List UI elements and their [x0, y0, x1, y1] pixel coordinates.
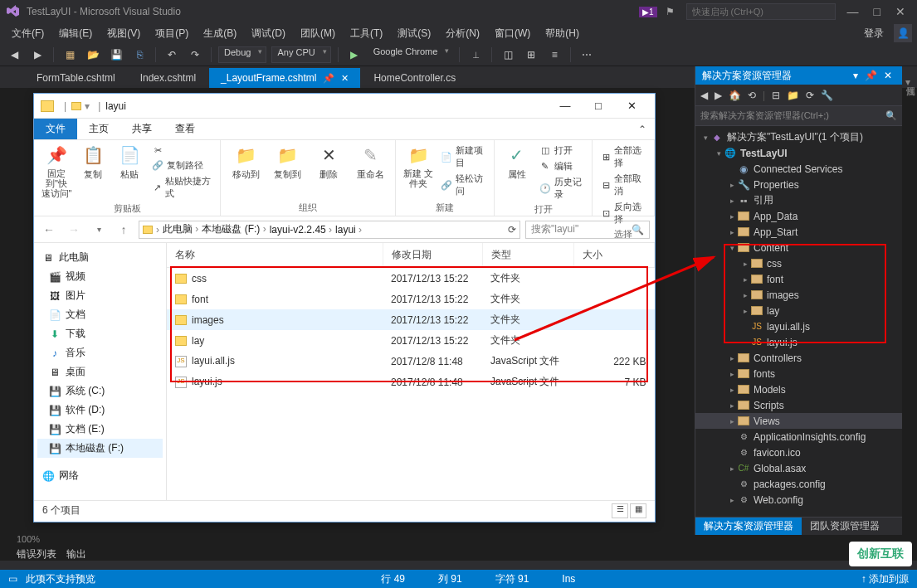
menu-test[interactable]: 测试(S) — [391, 25, 437, 42]
col-type[interactable]: 类型 — [482, 243, 573, 268]
tree-arrow[interactable]: ▸ — [727, 417, 737, 425]
open-button[interactable]: ◫打开 — [538, 143, 585, 158]
sln-forward-button[interactable]: ▶ — [715, 90, 722, 101]
tree-arrow[interactable]: ▸ — [727, 212, 737, 221]
tree-item[interactable]: ⚙favicon.ico — [695, 445, 902, 460]
copy-button[interactable]: 📋复制 — [77, 143, 109, 181]
tree-item[interactable]: ⚙packages.config — [695, 476, 902, 492]
footer-tab-team[interactable]: 团队资源管理器 — [802, 518, 888, 535]
footer-tab-solution[interactable]: 解决方案资源管理器 — [695, 518, 802, 535]
explorer-search-input[interactable]: 搜索"layui" 🔍 — [525, 221, 650, 239]
properties-sidebar-tab[interactable]: 属性 — [902, 75, 917, 80]
tree-arrow[interactable]: ▸ — [727, 181, 737, 189]
paste-shortcut-button[interactable]: ↗粘贴快捷方式 — [150, 174, 213, 201]
tree-item[interactable]: ▸⚙Web.config — [695, 492, 902, 508]
tree-item[interactable]: ◉Connected Services — [695, 161, 902, 177]
tree-arrow[interactable]: ▸ — [727, 386, 737, 394]
nav-forward-button[interactable]: ▶ — [28, 46, 46, 64]
menu-edit[interactable]: 编辑(E) — [52, 25, 99, 42]
explorer-minimize-button[interactable]: — — [549, 100, 582, 112]
explorer-close-button[interactable]: ✕ — [615, 100, 648, 112]
col-size[interactable]: 大小 — [573, 243, 655, 268]
cut-button[interactable]: ✂ — [150, 143, 213, 157]
save-all-button[interactable]: ⎘ — [130, 46, 149, 64]
notification-flag[interactable]: ▶1 — [639, 7, 657, 17]
ribbon-tab-view[interactable]: 查看 — [163, 119, 207, 139]
menu-help[interactable]: 帮助(H) — [539, 25, 586, 42]
new-project-button[interactable]: ▦ — [61, 46, 79, 64]
rename-button[interactable]: ✎重命名 — [352, 143, 388, 181]
nav-recent-button[interactable]: ▾ — [89, 225, 109, 234]
tree-arrow[interactable]: ▾ — [700, 134, 710, 142]
explorer-maximize-button[interactable]: □ — [582, 100, 615, 112]
nav-drive-f[interactable]: 💾本地磁盘 (F:) — [37, 439, 163, 458]
panel-pin-button[interactable]: 📌 — [861, 70, 880, 81]
pin-icon[interactable]: 📌 — [323, 73, 334, 84]
sln-showall-button[interactable]: 📁 — [787, 90, 799, 101]
sln-collapse-button[interactable]: ⊟ — [772, 90, 780, 101]
file-row[interactable]: JSlayui.js2017/12/8 11:48JavaScript 文件7 … — [167, 372, 655, 392]
breadcrumb-item[interactable]: 本地磁盘 (F:) — [202, 222, 266, 236]
user-avatar-icon[interactable]: 👤 — [894, 24, 912, 42]
tree-arrow[interactable]: ▾ — [727, 244, 737, 252]
window-close-button[interactable]: ✕ — [895, 5, 905, 18]
col-name[interactable]: 名称 — [167, 243, 383, 268]
view-details-button[interactable]: ☰ — [612, 503, 628, 518]
tree-arrow[interactable]: ▸ — [727, 354, 737, 362]
platform-dropdown[interactable]: Any CPU — [271, 46, 330, 63]
tab-output[interactable]: 输出 — [66, 547, 86, 561]
sln-properties-button[interactable]: 🔧 — [821, 90, 833, 101]
tree-item[interactable]: ▾🌐TestLayUI — [695, 145, 902, 161]
tree-arrow[interactable]: ▸ — [727, 401, 737, 410]
file-row[interactable]: font2017/12/13 15:22文件夹 — [167, 289, 655, 309]
tree-arrow[interactable]: ▸ — [727, 197, 737, 205]
tree-arrow[interactable]: ▾ — [714, 149, 724, 158]
tree-item[interactable]: ▸font — [695, 271, 902, 287]
col-date[interactable]: 修改日期 — [383, 243, 482, 268]
sln-home-button[interactable]: 🏠 — [729, 90, 741, 101]
tree-arrow[interactable]: ▸ — [740, 291, 750, 299]
tree-arrow[interactable]: ▸ — [740, 307, 750, 315]
tree-item[interactable]: ▾Content — [695, 240, 902, 255]
tree-item[interactable]: ▸C#Global.asax — [695, 460, 902, 476]
config-dropdown[interactable]: Debug — [218, 46, 266, 63]
nav-drive-e[interactable]: 💾文档 (E:) — [37, 420, 163, 439]
feedback-icon[interactable]: ⚑ — [661, 6, 680, 17]
panel-dropdown-button[interactable]: ▾ — [850, 70, 861, 81]
move-to-button[interactable]: 📁移动到 — [227, 143, 264, 181]
quick-launch-input[interactable] — [686, 3, 836, 20]
nav-pictures[interactable]: 🖼图片 — [37, 286, 163, 305]
explorer-titlebar[interactable]: | ▾ | layui — □ ✕ — [34, 94, 655, 119]
tree-arrow[interactable]: ▸ — [740, 275, 750, 284]
menu-build[interactable]: 生成(B) — [197, 25, 243, 42]
solution-search-input[interactable]: 搜索解决方案资源管理器(Ctrl+;) 🔍 — [695, 106, 902, 126]
pin-quickaccess-button[interactable]: 📌固定到"快 速访问" — [41, 143, 72, 198]
sign-in-button[interactable]: 登录 — [864, 27, 884, 41]
select-none-button[interactable]: ⊟全部取消 — [599, 172, 647, 198]
tree-item[interactable]: ▸▪▪引用 — [695, 192, 902, 208]
tree-item[interactable]: ▸Controllers — [695, 350, 902, 366]
select-all-button[interactable]: ⊞全部选择 — [599, 143, 647, 170]
tree-arrow[interactable]: ▸ — [727, 228, 737, 236]
new-folder-button[interactable]: 📁新建 文件夹 — [402, 143, 434, 188]
tree-item[interactable]: ▾◆解决方案"TestLayUI"(1 个项目) — [695, 129, 902, 145]
tree-item[interactable]: ▸fonts — [695, 366, 902, 381]
refresh-button[interactable]: ⟳ — [508, 224, 516, 236]
toolbar-icon-1[interactable]: ⟂ — [466, 46, 485, 64]
tab-layoutframe[interactable]: _LayoutFrame.cshtml📌✕ — [209, 68, 360, 88]
tree-item[interactable]: ▸Views — [695, 413, 902, 429]
menu-project[interactable]: 项目(P) — [149, 25, 195, 42]
nav-desktop[interactable]: 🖥桌面 — [37, 362, 163, 381]
address-input[interactable]: › 此电脑 本地磁盘 (F:) layui-v2.2.45 layui ⟳ — [139, 221, 520, 239]
tree-arrow[interactable]: ▸ — [740, 260, 750, 268]
nav-drive-d[interactable]: 💾软件 (D:) — [37, 401, 163, 420]
edit-button[interactable]: ✎编辑 — [538, 159, 585, 173]
nav-music[interactable]: ♪音乐 — [37, 343, 163, 362]
menu-file[interactable]: 文件(F) — [5, 25, 51, 42]
sln-refresh-button[interactable]: ⟳ — [806, 90, 814, 101]
tab-errorlist[interactable]: 错误列表 — [17, 547, 56, 561]
nav-video[interactable]: 🎬视频 — [37, 267, 163, 286]
tree-item[interactable]: JSlayui.all.js — [695, 318, 902, 334]
nav-back-button[interactable]: ← — [39, 223, 59, 236]
tree-item[interactable]: ▸lay — [695, 303, 902, 318]
